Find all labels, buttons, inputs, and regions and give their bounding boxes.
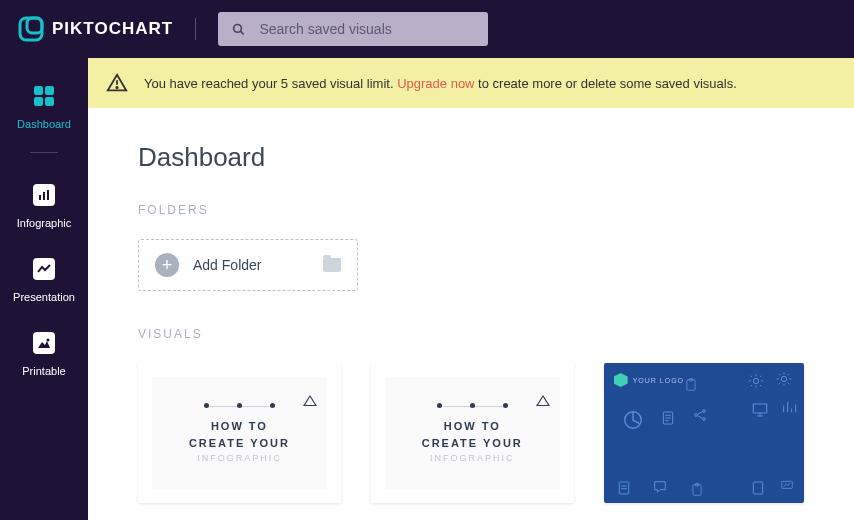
search-input[interactable] bbox=[259, 21, 474, 37]
document-icon bbox=[616, 479, 632, 497]
svg-point-15 bbox=[116, 87, 117, 88]
svg-rect-9 bbox=[43, 192, 45, 200]
svg-rect-37 bbox=[619, 482, 628, 494]
visual-subtitle: INFOGRAPHIC bbox=[430, 453, 515, 463]
bar-chart-icon bbox=[780, 399, 798, 415]
sidebar-item-printable[interactable]: Printable bbox=[0, 319, 88, 393]
svg-point-12 bbox=[47, 339, 50, 342]
chat-icon bbox=[652, 479, 668, 495]
sidebar-item-label: Infographic bbox=[17, 217, 71, 229]
svg-point-25 bbox=[694, 414, 697, 417]
svg-line-29 bbox=[697, 416, 702, 419]
svg-point-17 bbox=[781, 376, 786, 381]
presentation-icon bbox=[778, 479, 796, 493]
search-icon bbox=[232, 22, 245, 37]
top-bar: PIKTOCHART bbox=[0, 0, 854, 58]
main-content: You have reached your 5 saved visual lim… bbox=[88, 58, 854, 520]
visual-card[interactable]: HOW TOCREATE YOUR INFOGRAPHIC bbox=[138, 363, 341, 503]
sidebar-item-infographic[interactable]: Infographic bbox=[0, 171, 88, 245]
svg-point-2 bbox=[234, 24, 242, 32]
svg-line-3 bbox=[240, 31, 243, 34]
visual-subtitle: INFOGRAPHIC bbox=[197, 453, 282, 463]
svg-rect-1 bbox=[27, 18, 42, 33]
svg-rect-8 bbox=[39, 195, 41, 200]
share-icon bbox=[692, 407, 708, 423]
visual-title: HOW TOCREATE YOUR bbox=[189, 418, 290, 451]
svg-rect-10 bbox=[47, 190, 49, 200]
sidebar-item-presentation[interactable]: Presentation bbox=[0, 245, 88, 319]
svg-point-16 bbox=[753, 378, 758, 383]
hexagon-icon bbox=[614, 373, 628, 387]
svg-rect-6 bbox=[34, 97, 43, 106]
plus-icon: + bbox=[155, 253, 179, 277]
pie-icon bbox=[622, 409, 644, 431]
visual-logo-corner: YOUR LOGO bbox=[614, 373, 684, 387]
brand-name: PIKTOCHART bbox=[52, 19, 173, 39]
brand-logo[interactable]: PIKTOCHART bbox=[18, 16, 173, 42]
presentation-icon bbox=[33, 258, 55, 280]
folders-heading: FOLDERS bbox=[138, 203, 804, 217]
visual-card[interactable]: YOUR LOGO bbox=[604, 363, 804, 503]
sidebar-separator bbox=[30, 152, 58, 153]
svg-rect-0 bbox=[20, 18, 42, 40]
visuals-heading: VISUALS bbox=[138, 327, 804, 341]
sidebar-item-label: Printable bbox=[22, 365, 65, 377]
clipboard-icon bbox=[684, 377, 698, 393]
dashboard-icon bbox=[32, 84, 56, 108]
sidebar: Dashboard Infographic Presentation bbox=[0, 58, 88, 520]
visual-title: HOW TOCREATE YOUR bbox=[422, 418, 523, 451]
sidebar-item-label: Presentation bbox=[13, 291, 75, 303]
triangle-icon bbox=[303, 395, 317, 406]
warning-icon bbox=[106, 72, 128, 94]
svg-point-26 bbox=[702, 410, 705, 413]
svg-rect-7 bbox=[45, 97, 54, 106]
printable-icon bbox=[33, 332, 55, 354]
sidebar-item-dashboard[interactable]: Dashboard bbox=[0, 72, 88, 146]
infographic-icon bbox=[33, 184, 55, 206]
svg-rect-4 bbox=[34, 86, 43, 95]
logo-mark-icon bbox=[18, 16, 44, 42]
document-icon bbox=[660, 409, 676, 427]
clipboard-icon bbox=[690, 481, 704, 499]
gear-icon bbox=[748, 373, 764, 389]
svg-rect-42 bbox=[753, 482, 762, 494]
monitor-icon bbox=[750, 401, 770, 419]
add-folder-label: Add Folder bbox=[193, 257, 309, 273]
gear-icon bbox=[776, 371, 792, 387]
visuals-row: HOW TOCREATE YOUR INFOGRAPHIC HOW TOCREA… bbox=[138, 363, 804, 503]
triangle-icon bbox=[536, 395, 550, 406]
topbar-divider bbox=[195, 18, 196, 40]
document-icon bbox=[750, 479, 766, 497]
svg-rect-5 bbox=[45, 86, 54, 95]
svg-line-28 bbox=[697, 412, 702, 415]
sidebar-item-label: Dashboard bbox=[17, 118, 71, 130]
svg-rect-30 bbox=[753, 404, 767, 413]
visual-card[interactable]: HOW TOCREATE YOUR INFOGRAPHIC bbox=[371, 363, 574, 503]
search-box[interactable] bbox=[218, 12, 488, 46]
svg-marker-11 bbox=[38, 341, 50, 348]
svg-point-27 bbox=[702, 418, 705, 421]
upgrade-link[interactable]: Upgrade now bbox=[397, 76, 474, 91]
folder-icon bbox=[323, 258, 341, 272]
page-title: Dashboard bbox=[138, 142, 804, 173]
add-folder-button[interactable]: + Add Folder bbox=[138, 239, 358, 291]
banner-text: You have reached your 5 saved visual lim… bbox=[144, 76, 737, 91]
limit-banner: You have reached your 5 saved visual lim… bbox=[88, 58, 854, 108]
